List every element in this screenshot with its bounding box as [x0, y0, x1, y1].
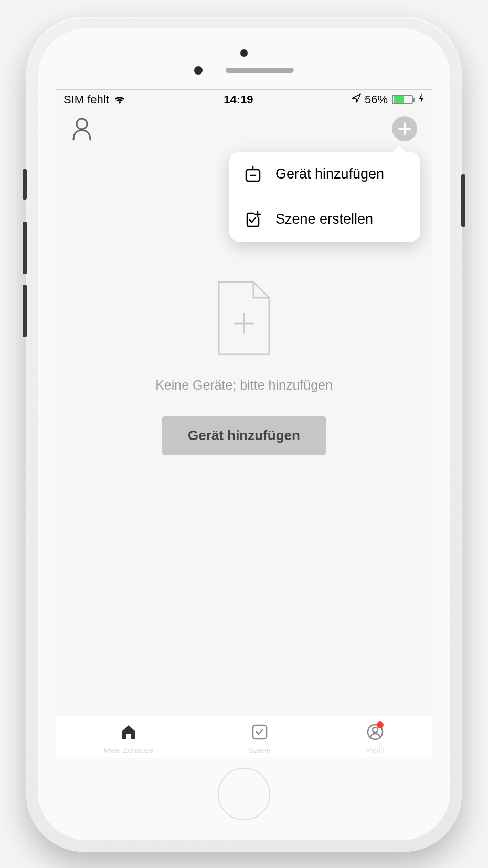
svg-point-0 [77, 119, 87, 129]
dropdown-item-label: Gerät hinzufügen [275, 166, 384, 182]
nav-label: Mein Zuhause [103, 746, 153, 755]
nav-home[interactable]: Mein Zuhause [103, 723, 153, 755]
notification-badge [377, 721, 384, 728]
volume-down-button [23, 285, 27, 337]
power-button [461, 174, 465, 227]
status-bar: SIM fehlt 14:19 [56, 90, 432, 110]
mute-switch [23, 169, 27, 200]
nav-label: Profil [366, 746, 384, 755]
home-icon [119, 723, 138, 744]
battery-icon [391, 95, 415, 104]
sim-status-text: SIM fehlt [63, 93, 109, 107]
app-header [56, 110, 432, 148]
phone-top-sensors [47, 49, 441, 75]
phone-frame: SIM fehlt 14:19 [26, 17, 462, 852]
nav-label: Szene [248, 746, 271, 755]
empty-state-message: Keine Geräte; bitte hinzufügen [155, 378, 333, 393]
proximity-sensor [194, 66, 203, 75]
dropdown-item-add-device[interactable]: Gerät hinzufügen [229, 152, 420, 197]
file-plus-icon [213, 279, 275, 358]
screen: SIM fehlt 14:19 [56, 89, 432, 757]
location-icon [351, 93, 362, 107]
wifi-icon [113, 95, 126, 104]
dropdown-arrow [392, 145, 407, 153]
add-device-button[interactable]: Gerät hinzufügen [162, 416, 326, 455]
svg-point-12 [373, 727, 378, 733]
empty-state: Keine Geräte; bitte hinzufügen Gerät hin… [56, 279, 432, 455]
status-time: 14:19 [224, 93, 253, 107]
dropdown-item-create-scene[interactable]: Szene erstellen [229, 197, 420, 242]
profile-icon[interactable] [71, 117, 93, 141]
home-button[interactable] [218, 768, 270, 820]
nav-profile[interactable]: Profil [366, 723, 385, 755]
earpiece-speaker [226, 68, 294, 73]
bottom-nav: Mein Zuhause Szene [56, 716, 432, 757]
charging-icon [418, 93, 425, 107]
battery-percent-text: 56% [365, 93, 388, 107]
checkbox-icon [250, 723, 269, 744]
dropdown-item-label: Szene erstellen [275, 211, 373, 227]
device-icon [244, 165, 262, 183]
nav-scene[interactable]: Szene [248, 723, 271, 755]
add-dropdown-menu: Gerät hinzufügen Szene erstellen [229, 152, 420, 242]
front-camera [240, 49, 248, 57]
add-button[interactable] [392, 116, 417, 141]
scene-icon [244, 211, 262, 228]
phone-bezel: SIM fehlt 14:19 [38, 28, 450, 840]
volume-up-button [23, 222, 27, 274]
